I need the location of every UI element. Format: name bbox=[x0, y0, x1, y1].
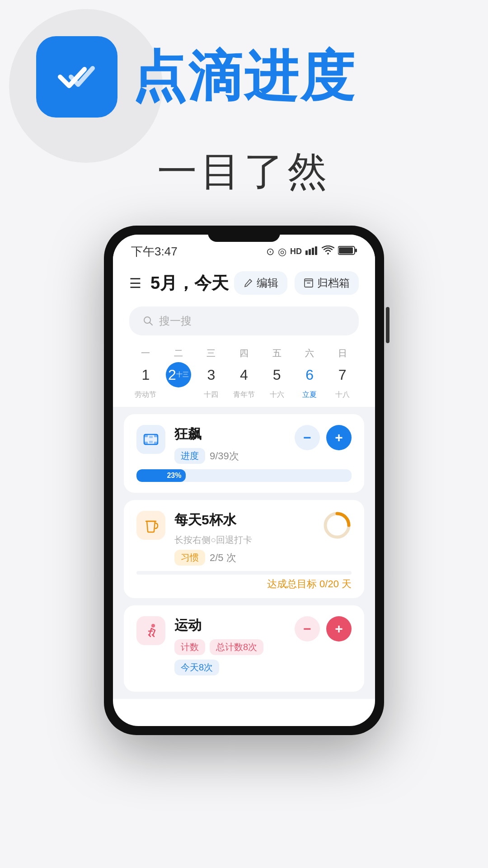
sport-icon-box bbox=[136, 616, 165, 645]
cal-num-1: 1 bbox=[133, 362, 158, 387]
svg-rect-5 bbox=[339, 247, 353, 254]
search-input[interactable]: 搜一搜 bbox=[129, 307, 359, 335]
weekday-4: 四 bbox=[239, 347, 249, 359]
archive-icon bbox=[304, 278, 314, 288]
sport-today-tag: 今天8次 bbox=[174, 660, 219, 675]
signal-icon bbox=[305, 246, 318, 258]
kuangpiao-progress-bar: 23% bbox=[136, 469, 352, 482]
archive-label: 归档箱 bbox=[317, 276, 350, 290]
cal-sub-6: 立夏 bbox=[302, 390, 317, 400]
kuangpiao-icon-box bbox=[136, 425, 165, 454]
search-bar-section: 搜一搜 bbox=[113, 302, 375, 343]
cal-num-3: 3 bbox=[198, 362, 224, 387]
sport-tags: 计数 总计数8次 今天8次 bbox=[174, 639, 286, 675]
habit-inner-kuangpiao: 狂飙 进度 9/39次 − + bbox=[136, 425, 352, 464]
calendar-day-5[interactable]: 五 5 十六 bbox=[261, 347, 293, 400]
cal-sub-5: 十六 bbox=[270, 390, 284, 400]
calendar-day-7[interactable]: 日 7 十八 bbox=[327, 347, 358, 400]
svg-rect-13 bbox=[154, 442, 158, 444]
hd-icon: HD bbox=[290, 247, 302, 256]
svg-rect-14 bbox=[149, 436, 153, 438]
kuangpiao-controls: − + bbox=[295, 425, 352, 450]
water-sub-text: 长按右侧○回退打卡 bbox=[174, 534, 323, 546]
app-logo bbox=[36, 36, 117, 118]
edit-label: 编辑 bbox=[257, 276, 278, 290]
svg-rect-7 bbox=[305, 281, 313, 287]
header-right: 编辑 归档箱 bbox=[234, 271, 359, 295]
habits-section: 狂飙 进度 9/39次 − + 23% bbox=[113, 407, 375, 699]
header-left: ☰ 5月，今天 bbox=[129, 272, 229, 295]
sport-minus-button[interactable]: − bbox=[295, 616, 320, 642]
cal-sub-3: 十四 bbox=[204, 390, 218, 400]
archive-button[interactable]: 归档箱 bbox=[295, 271, 359, 295]
menu-icon[interactable]: ☰ bbox=[129, 275, 141, 291]
water-main: 每天5杯水 长按右侧○回退打卡 习惯 2/5 次 bbox=[124, 500, 364, 571]
kuangpiao-minus-button[interactable]: − bbox=[295, 425, 320, 450]
svg-rect-3 bbox=[315, 246, 317, 255]
search-icon bbox=[143, 316, 154, 326]
water-arc-progress bbox=[323, 511, 352, 540]
weekday-7: 日 bbox=[338, 347, 347, 359]
water-tags: 习惯 2/5 次 bbox=[174, 550, 323, 566]
search-placeholder: 搜一搜 bbox=[159, 314, 192, 328]
run-icon bbox=[142, 622, 160, 639]
cal-sub-4: 青年节 bbox=[233, 390, 255, 400]
alarm-icon: ⊙ bbox=[266, 246, 274, 258]
weekday-2: 二 bbox=[174, 347, 183, 359]
header-section: 点滴进度 bbox=[0, 0, 488, 136]
cal-num-6: 6 bbox=[297, 362, 322, 387]
habit-card-water: 每天5杯水 长按右侧○回退打卡 习惯 2/5 次 bbox=[124, 500, 364, 598]
kuangpiao-tags: 进度 9/39次 bbox=[174, 448, 286, 464]
sport-count-tag: 计数 bbox=[174, 639, 205, 655]
bottom-space bbox=[113, 699, 375, 726]
water-habit-tag: 习惯 bbox=[174, 550, 205, 566]
svg-point-17 bbox=[151, 624, 155, 627]
calendar-day-2[interactable]: 二 2 十三 bbox=[163, 347, 194, 387]
calendar-day-3[interactable]: 三 3 十四 bbox=[195, 347, 227, 400]
cal-num-7: 7 bbox=[330, 362, 355, 387]
wifi-icon bbox=[322, 245, 334, 258]
status-icons: ⊙ ◎ HD bbox=[266, 245, 357, 258]
svg-rect-1 bbox=[309, 249, 311, 255]
calendar-day-4[interactable]: 四 4 青年节 bbox=[228, 347, 260, 400]
kuangpiao-name: 狂飙 bbox=[174, 425, 286, 443]
sport-controls: − + bbox=[295, 616, 352, 642]
kuangpiao-count: 9/39次 bbox=[210, 449, 239, 463]
phone-container: 下午3:47 ⊙ ◎ HD bbox=[0, 226, 488, 771]
calendar-section: 一 1 劳动节 二 2 十三 三 3 十四 bbox=[113, 343, 375, 407]
sport-info: 运动 计数 总计数8次 今天8次 bbox=[174, 616, 286, 675]
water-name: 每天5杯水 bbox=[174, 511, 323, 529]
svg-rect-11 bbox=[154, 434, 158, 437]
cup-icon bbox=[142, 517, 160, 534]
cal-num-4: 4 bbox=[231, 362, 257, 387]
sport-plus-button[interactable]: + bbox=[326, 616, 352, 642]
edit-button[interactable]: 编辑 bbox=[234, 271, 287, 295]
calendar-row: 一 1 劳动节 二 2 十三 三 3 十四 bbox=[129, 347, 359, 400]
svg-rect-12 bbox=[144, 442, 148, 444]
phone-screen: 下午3:47 ⊙ ◎ HD bbox=[113, 235, 375, 726]
cal-sub-7: 十八 bbox=[335, 390, 350, 400]
habit-card-sport: 运动 计数 总计数8次 今天8次 − + bbox=[124, 605, 364, 692]
header-title: 5月，今天 bbox=[150, 272, 229, 295]
sport-total-tag: 总计数8次 bbox=[210, 639, 263, 655]
calendar-day-6[interactable]: 六 6 立夏 bbox=[294, 347, 325, 400]
kuangpiao-progress-label: 23% bbox=[167, 472, 181, 480]
svg-rect-6 bbox=[355, 249, 357, 252]
water-goal-text: 达成总目标 0/20 天 bbox=[267, 578, 352, 590]
kuangpiao-progress-fill: 23% bbox=[136, 469, 186, 482]
status-time: 下午3:47 bbox=[131, 244, 178, 259]
clock-icon: ◎ bbox=[278, 246, 286, 258]
calendar-day-1[interactable]: 一 1 劳动节 bbox=[130, 347, 161, 400]
phone-notch bbox=[208, 226, 280, 242]
water-goal-row: 达成总目标 0/20 天 bbox=[124, 575, 364, 598]
cal-num-2: 2 十三 bbox=[166, 362, 191, 387]
film-icon bbox=[142, 431, 160, 448]
svg-rect-15 bbox=[149, 441, 153, 443]
app-title: 点滴进度 bbox=[132, 40, 356, 114]
kuangpiao-plus-button[interactable]: + bbox=[326, 425, 352, 450]
weekday-3: 三 bbox=[206, 347, 216, 359]
weekday-6: 六 bbox=[305, 347, 314, 359]
svg-rect-10 bbox=[144, 434, 148, 437]
cal-sub-1: 劳动节 bbox=[135, 390, 156, 400]
habit-card-kuangpiao: 狂飙 进度 9/39次 − + 23% bbox=[124, 414, 364, 493]
